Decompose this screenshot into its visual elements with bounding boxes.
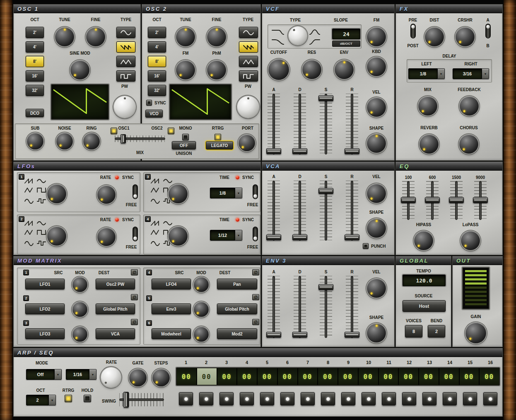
- arp-rate-select[interactable]: 1/16▼: [66, 369, 96, 380]
- slot3-mod-knob[interactable]: [72, 327, 87, 342]
- slot6-mod-knob[interactable]: [194, 327, 209, 342]
- legato-button[interactable]: LEGATO: [206, 141, 233, 150]
- osc2-sync-checkbox[interactable]: [146, 100, 152, 106]
- slot3-src-button[interactable]: LFO3: [25, 328, 65, 339]
- step-value-cell[interactable]: 00: [359, 368, 379, 385]
- env3-vel-knob[interactable]: [367, 279, 386, 298]
- slot6-src-button[interactable]: Modwheel: [152, 328, 191, 339]
- ab-toggle[interactable]: [485, 24, 491, 39]
- source-button[interactable]: Host: [403, 300, 446, 312]
- lfo1-wave-knob[interactable]: [47, 184, 66, 203]
- slot5-bypass-icon[interactable]: ∅: [252, 294, 259, 300]
- slot5-src-button[interactable]: Env3: [152, 304, 191, 314]
- step-value-cell[interactable]: 00: [480, 368, 499, 385]
- slot6-bypass-icon[interactable]: ∅: [252, 319, 259, 325]
- eq-band-1500-slider[interactable]: [450, 181, 463, 220]
- step-value-cell[interactable]: 00: [278, 368, 298, 385]
- step-button-14[interactable]: [443, 392, 457, 406]
- delay-mix-knob[interactable]: [418, 97, 437, 116]
- dropdown-arrow-icon[interactable]: ▼: [89, 369, 96, 380]
- unison-button[interactable]: OFF: [172, 141, 196, 150]
- lfo2-waveform-palette-icon[interactable]: [24, 220, 46, 248]
- vca-release-slider[interactable]: [346, 181, 358, 241]
- lfo3-wave-knob[interactable]: [169, 184, 188, 203]
- slot4-mod-knob[interactable]: [194, 277, 209, 292]
- lopass-knob[interactable]: [461, 231, 480, 250]
- hipass-knob[interactable]: [414, 231, 433, 250]
- slot2-dest-button[interactable]: Global Pitch: [96, 304, 135, 314]
- vcf-shape-knob[interactable]: [367, 134, 386, 153]
- step-button-9[interactable]: [341, 392, 355, 406]
- slot2-mod-knob[interactable]: [72, 302, 87, 317]
- vcf-sustain-slider[interactable]: [320, 94, 332, 154]
- step-button-15[interactable]: [463, 392, 477, 406]
- slider-handle[interactable]: [121, 134, 126, 143]
- lfo3-free-toggle[interactable]: [253, 184, 258, 199]
- slider-handle[interactable]: [345, 332, 359, 338]
- step-value-cell[interactable]: 00: [298, 368, 318, 385]
- swing-slider[interactable]: [119, 393, 164, 406]
- env3-decay-slider[interactable]: [294, 276, 306, 338]
- env3-release-slider[interactable]: [346, 276, 358, 338]
- delay-right-select[interactable]: 3/16▼: [453, 68, 489, 79]
- osc2-pw-knob[interactable]: [237, 96, 259, 118]
- lfo2-wave-knob[interactable]: [47, 227, 66, 246]
- tempo-display[interactable]: 120.0: [403, 275, 446, 286]
- slider-handle[interactable]: [266, 234, 281, 240]
- slot5-mod-knob[interactable]: [194, 302, 209, 317]
- punch-checkbox[interactable]: [363, 243, 369, 249]
- osc-mix-slider[interactable]: [115, 135, 165, 142]
- res-knob[interactable]: [302, 60, 321, 79]
- env3-shape-knob[interactable]: [367, 323, 386, 343]
- osc1-type-sine-button[interactable]: [116, 27, 135, 38]
- step-value-cell[interactable]: 00: [338, 368, 359, 385]
- lfo1-rate-knob[interactable]: [97, 186, 116, 204]
- arp-gate-knob[interactable]: [129, 369, 147, 386]
- slider-handle[interactable]: [401, 197, 416, 203]
- osc1-enable-led[interactable]: [111, 128, 117, 134]
- sub-knob[interactable]: [27, 133, 43, 150]
- vcf-attack-slider[interactable]: [268, 94, 280, 154]
- osc2-oct-8-button[interactable]: 8': [148, 56, 166, 67]
- lfo2-rate-knob[interactable]: [97, 228, 116, 246]
- lfo4-free-toggle[interactable]: [253, 227, 258, 241]
- slot2-bypass-icon[interactable]: ∅: [131, 294, 138, 300]
- lfo1-free-toggle[interactable]: [133, 184, 138, 199]
- osc2-type-triangle-button[interactable]: [239, 56, 258, 67]
- osc2-fm-knob[interactable]: [176, 60, 195, 80]
- osc2-oct-4-button[interactable]: 4': [148, 41, 166, 53]
- dropdown-arrow-icon[interactable]: ▼: [482, 68, 489, 79]
- step-button-2[interactable]: [199, 392, 213, 406]
- osc2-oct-32-button[interactable]: 32': [148, 85, 166, 96]
- port-knob[interactable]: [239, 135, 255, 151]
- osc2-type-sine-button[interactable]: [239, 27, 258, 38]
- osc2-oct-16-button[interactable]: 16': [148, 70, 166, 82]
- rtrg-button[interactable]: [215, 134, 221, 140]
- osc1-oct-4-button[interactable]: 4': [26, 41, 44, 53]
- step-button-7[interactable]: [301, 392, 315, 406]
- step-button-1[interactable]: [179, 392, 193, 406]
- slot3-bypass-icon[interactable]: ∅: [131, 319, 138, 325]
- arp-oct-select[interactable]: 2▼: [26, 395, 56, 406]
- lfo4-wave-knob[interactable]: [169, 227, 188, 246]
- kbd-knob[interactable]: [367, 57, 386, 76]
- reverb-knob[interactable]: [420, 135, 439, 154]
- vca-sustain-slider[interactable]: [320, 181, 332, 241]
- step-value-cell[interactable]: 00: [318, 368, 338, 385]
- step-button-11[interactable]: [382, 392, 396, 406]
- osc1-oct-2-button[interactable]: 2': [26, 27, 44, 38]
- slope-display[interactable]: 24: [332, 29, 360, 39]
- ring-knob[interactable]: [83, 133, 100, 150]
- slot6-dest-button[interactable]: Mod2: [217, 328, 257, 339]
- slider-handle[interactable]: [318, 95, 333, 101]
- slider-handle[interactable]: [449, 197, 464, 203]
- osc2-tune-knob[interactable]: [176, 27, 195, 46]
- arp-hold-button[interactable]: [84, 395, 91, 402]
- slider-handle[interactable]: [473, 197, 488, 203]
- slider-handle[interactable]: [318, 188, 333, 194]
- feedback-knob[interactable]: [460, 97, 479, 116]
- gain-knob[interactable]: [465, 323, 486, 343]
- arp-rtrg-button[interactable]: [65, 395, 72, 402]
- eq-band-600-slider[interactable]: [426, 181, 439, 220]
- osc1-dco-button[interactable]: DCO: [26, 109, 44, 117]
